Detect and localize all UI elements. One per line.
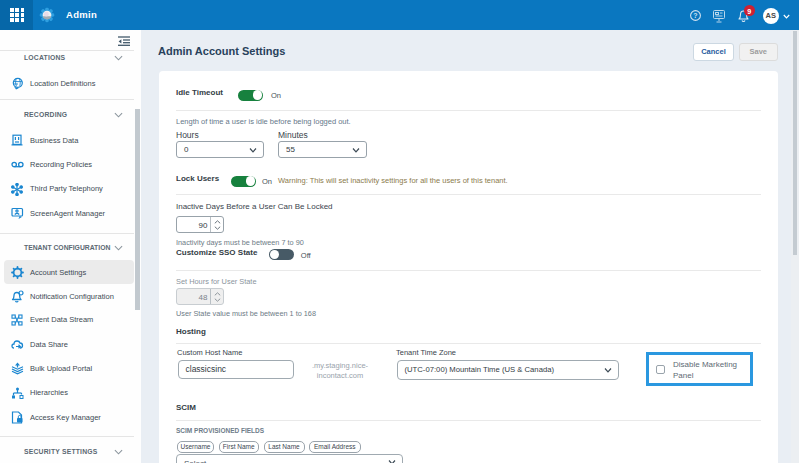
svg-text:?: ?: [693, 12, 697, 19]
